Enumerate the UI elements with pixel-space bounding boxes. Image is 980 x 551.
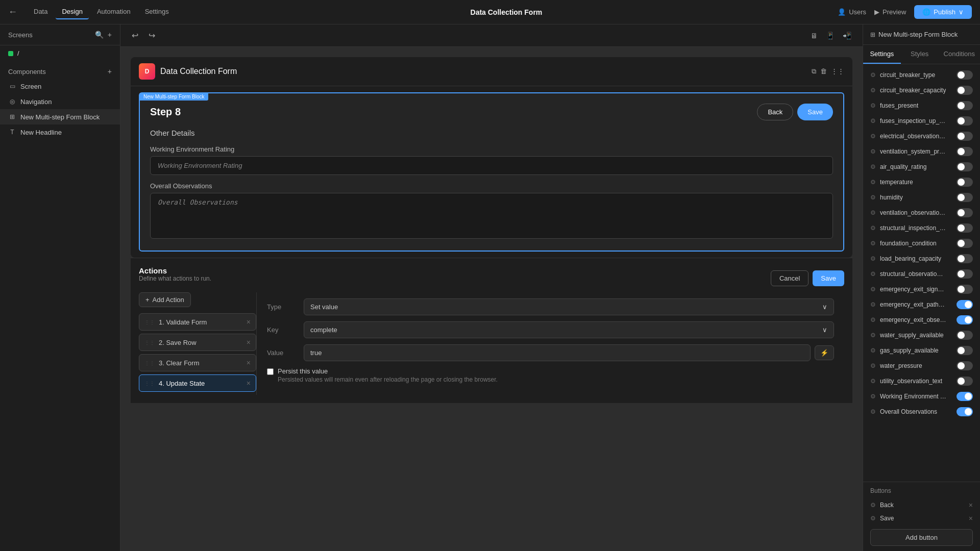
tablet-view-button[interactable]: 📱 — [823, 30, 838, 42]
tab-conditions[interactable]: Conditions — [939, 45, 980, 64]
component-screen[interactable]: ▭ Screen — [0, 79, 120, 94]
field-toggle[interactable] — [957, 285, 973, 294]
gear-icon[interactable]: ⚙ — [870, 148, 876, 155]
users-button[interactable]: 👤 Users — [838, 8, 866, 16]
gear-icon[interactable]: ⚙ — [870, 194, 876, 201]
field-toggle[interactable] — [957, 116, 973, 126]
actions-cancel-button[interactable]: Cancel — [771, 270, 808, 286]
tab-automation[interactable]: Automation — [91, 5, 137, 19]
component-multistep-form[interactable]: ⊞ New Multi-step Form Block — [0, 109, 120, 124]
field-toggle[interactable] — [957, 239, 973, 248]
field-toggle[interactable] — [957, 254, 973, 263]
action-close-icon[interactable]: × — [247, 318, 251, 326]
form-block[interactable]: New Multi-step Form Block Step 8 Back Sa… — [139, 92, 844, 252]
action-item-clear-form[interactable]: ⋮⋮ 3. Clear Form × — [139, 354, 256, 371]
field-toggle[interactable] — [957, 361, 973, 370]
desktop-view-button[interactable]: 🖥 — [807, 30, 821, 42]
screen-item[interactable]: / — [0, 45, 120, 61]
action-close-icon[interactable]: × — [247, 338, 251, 346]
field2-textarea[interactable]: Overall Observations — [150, 193, 833, 239]
action-close-icon[interactable]: × — [247, 379, 251, 387]
lightning-icon[interactable]: ⚡ — [815, 345, 834, 360]
button-close-icon[interactable]: × — [969, 514, 973, 522]
field-toggle[interactable] — [957, 162, 973, 171]
gear-icon[interactable]: ⚙ — [870, 502, 876, 509]
key-select[interactable]: complete ∨ — [304, 321, 834, 338]
type-select[interactable]: Set value ∨ — [304, 298, 834, 315]
action-item-save-row[interactable]: ⋮⋮ 2. Save Row × — [139, 334, 256, 351]
gear-icon[interactable]: ⚙ — [870, 332, 876, 339]
component-navigation[interactable]: ◎ Navigation — [0, 94, 120, 109]
back-button[interactable]: ← — [8, 7, 17, 17]
gear-icon[interactable]: ⚙ — [870, 347, 876, 354]
field-toggle[interactable] — [957, 346, 973, 355]
gear-icon[interactable]: ⚙ — [870, 133, 876, 140]
field-toggle[interactable] — [957, 86, 973, 95]
action-item-update-state[interactable]: ⋮⋮ 4. Update State × — [139, 374, 256, 392]
tab-settings[interactable]: Settings — [863, 45, 901, 64]
field-toggle[interactable] — [957, 208, 973, 217]
form-save-button[interactable]: Save — [797, 104, 833, 120]
button-close-icon[interactable]: × — [969, 501, 973, 509]
add-screen-button[interactable]: + — [108, 31, 112, 39]
tab-data[interactable]: Data — [28, 5, 54, 19]
add-component-button[interactable]: + — [108, 67, 112, 76]
gear-icon[interactable]: ⚙ — [870, 240, 876, 247]
mobile-view-button[interactable]: 📲 — [840, 30, 854, 42]
field-toggle[interactable] — [957, 132, 973, 141]
grid-icon[interactable]: ⋮⋮ — [831, 67, 844, 76]
field-toggle[interactable] — [957, 193, 973, 202]
add-button-button[interactable]: Add button — [870, 529, 973, 546]
gear-icon[interactable]: ⚙ — [870, 286, 876, 293]
publish-button[interactable]: 🌐 Publish ∨ — [914, 5, 972, 19]
field-toggle[interactable] — [957, 407, 973, 416]
preview-button[interactable]: ▶ Preview — [874, 8, 906, 16]
field-toggle[interactable] — [957, 147, 973, 156]
gear-icon[interactable]: ⚙ — [870, 515, 876, 522]
field-toggle[interactable] — [957, 223, 973, 233]
gear-icon[interactable]: ⚙ — [870, 255, 876, 262]
field-toggle[interactable] — [957, 70, 973, 80]
delete-icon[interactable]: 🗑 — [820, 67, 827, 76]
gear-icon[interactable]: ⚙ — [870, 163, 876, 170]
add-action-button[interactable]: + Add Action — [139, 292, 191, 307]
field-toggle[interactable] — [957, 377, 973, 386]
gear-icon[interactable]: ⚙ — [870, 209, 876, 216]
gear-icon[interactable]: ⚙ — [870, 378, 876, 385]
field-toggle[interactable] — [957, 178, 973, 187]
gear-icon[interactable]: ⚙ — [870, 301, 876, 308]
tab-design[interactable]: Design — [56, 5, 88, 19]
search-button[interactable]: 🔍 — [95, 31, 104, 39]
gear-icon[interactable]: ⚙ — [870, 102, 876, 109]
copy-icon[interactable]: ⧉ — [812, 67, 816, 76]
redo-button[interactable]: ↪ — [145, 29, 158, 42]
actions-save-button[interactable]: Save — [813, 270, 844, 286]
persist-checkbox[interactable] — [267, 368, 274, 375]
tab-settings[interactable]: Settings — [139, 5, 175, 19]
form-back-button[interactable]: Back — [757, 104, 793, 120]
gear-icon[interactable]: ⚙ — [870, 270, 876, 278]
field-toggle[interactable] — [957, 300, 973, 309]
field1-input[interactable]: Working Environment Rating — [150, 156, 833, 175]
gear-icon[interactable]: ⚙ — [870, 224, 876, 232]
component-headline[interactable]: T New Headline — [0, 124, 120, 140]
value-input[interactable] — [304, 344, 811, 361]
gear-icon[interactable]: ⚙ — [870, 316, 876, 323]
tab-styles[interactable]: Styles — [901, 45, 939, 64]
gear-icon[interactable]: ⚙ — [870, 362, 876, 369]
preview-icon: ▶ — [874, 8, 879, 16]
action-item-validate[interactable]: ⋮⋮ 1. Validate Form × — [139, 313, 256, 331]
field-toggle[interactable] — [957, 315, 973, 324]
field-toggle[interactable] — [957, 392, 973, 401]
field-toggle[interactable] — [957, 331, 973, 340]
field-toggle[interactable] — [957, 101, 973, 110]
gear-icon[interactable]: ⚙ — [870, 393, 876, 400]
action-close-icon[interactable]: × — [247, 359, 251, 367]
gear-icon[interactable]: ⚙ — [870, 179, 876, 186]
gear-icon[interactable]: ⚙ — [870, 408, 876, 415]
undo-button[interactable]: ↩ — [129, 29, 141, 42]
gear-icon[interactable]: ⚙ — [870, 71, 876, 79]
field-toggle[interactable] — [957, 269, 973, 279]
gear-icon[interactable]: ⚙ — [870, 87, 876, 94]
gear-icon[interactable]: ⚙ — [870, 117, 876, 124]
